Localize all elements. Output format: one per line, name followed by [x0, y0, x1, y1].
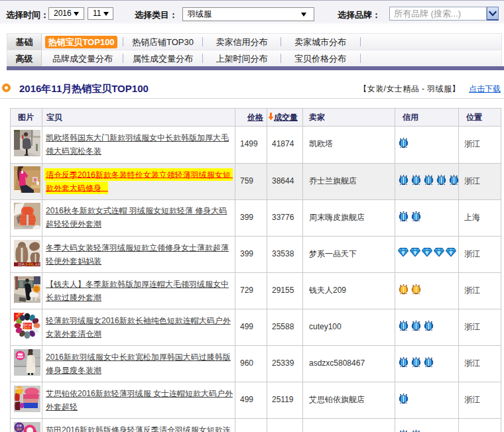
svg-text:20色: 20色: [18, 262, 25, 266]
svg-text:清仓: 清仓: [17, 427, 22, 431]
svg-text:大码: 大码: [34, 262, 40, 266]
svg-text:95元: 95元: [23, 325, 31, 329]
svg-text:S-6XL: S-6XL: [25, 262, 34, 266]
svg-text:119元: 119元: [15, 390, 24, 394]
